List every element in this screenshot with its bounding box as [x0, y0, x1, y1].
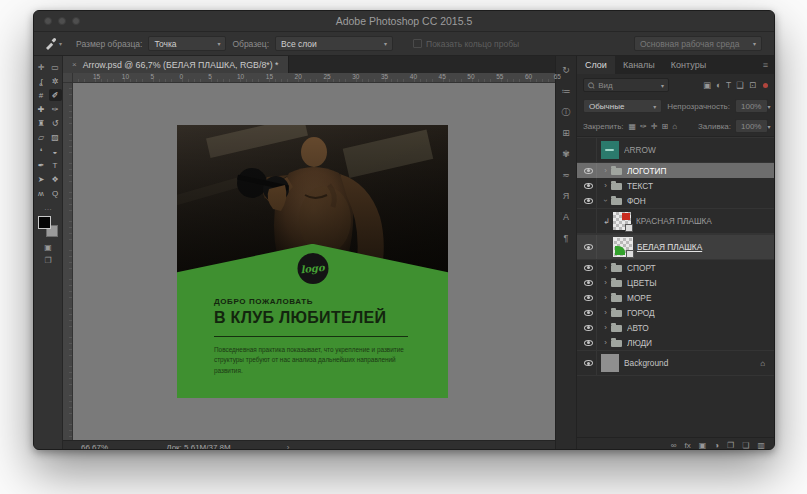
lock-transparency-icon[interactable]: ▦	[629, 122, 637, 131]
layer-name[interactable]: МОРЕ	[627, 293, 774, 303]
quick-selection-tool[interactable]: ✲	[49, 75, 62, 87]
status-menu-arrow[interactable]: ›	[287, 443, 290, 451]
filter-adjustment-layers-icon[interactable]: ◐	[716, 80, 721, 90]
layer-name[interactable]: ARROW	[624, 145, 774, 155]
layer-name[interactable]: ГОРОД	[627, 308, 774, 318]
layer-thumbnail[interactable]	[613, 212, 631, 230]
move-tool[interactable]: ✛	[35, 61, 48, 73]
layer-style-icon[interactable]: fx	[684, 441, 690, 450]
layer-row[interactable]: › ↲ ЦВЕТЫ ⌂	[577, 275, 774, 290]
lock-paint-icon[interactable]: ✑	[640, 122, 647, 131]
brush-tool[interactable]: ✑	[49, 103, 62, 115]
gradient-tool[interactable]: ▨	[49, 131, 62, 143]
add-layer-mask-icon[interactable]: ▣	[699, 441, 707, 450]
layer-row[interactable]: › ↲ АВТО ⌂	[577, 320, 774, 335]
path-selection-tool[interactable]: ➤	[35, 173, 48, 185]
opacity-field[interactable]: 100% ▾	[735, 99, 768, 113]
layer-name[interactable]: ЛОГОТИП	[627, 166, 774, 176]
shape-tool[interactable]: ❖	[49, 173, 62, 185]
layer-name[interactable]: ЛЮДИ	[627, 338, 774, 348]
expand-arrow-icon[interactable]: ›	[601, 166, 610, 175]
lock-artboard-icon[interactable]: ⊞	[662, 122, 669, 131]
visibility-toggle[interactable]	[580, 163, 597, 178]
expand-arrow-icon[interactable]: ›	[601, 181, 610, 190]
expand-arrow-icon[interactable]: ›	[601, 308, 610, 317]
visibility-toggle[interactable]	[580, 351, 597, 375]
expand-arrow-icon[interactable]: ›	[601, 323, 610, 332]
expand-arrow-icon[interactable]: ›	[601, 278, 610, 287]
character-panel-icon[interactable]: A	[559, 211, 573, 223]
type-tool[interactable]: T	[49, 159, 62, 171]
layer-thumbnail[interactable]	[614, 238, 632, 256]
visibility-toggle[interactable]	[580, 305, 597, 320]
sample-size-dropdown[interactable]: Точка ▾	[148, 36, 226, 51]
pen-tool[interactable]: ✒	[35, 159, 48, 171]
clone-stamp-tool[interactable]: ♜	[35, 117, 48, 129]
visibility-toggle[interactable]	[580, 260, 597, 275]
layer-row[interactable]: ↲ Background ⌂	[577, 350, 774, 376]
blur-tool[interactable]: ❛	[35, 145, 48, 157]
zoom-level[interactable]: 66,67%	[81, 443, 108, 451]
workspace-dropdown[interactable]: Основная рабочая среда ▾	[634, 36, 762, 51]
layer-name[interactable]: ФОН	[627, 196, 774, 206]
brushes-panel-icon[interactable]: ✾	[559, 148, 573, 160]
layer-row[interactable]: › ↲ ТЕКСТ ⌂	[577, 178, 774, 193]
edit-toolbar-button[interactable]: …	[44, 203, 52, 212]
expand-arrow-icon[interactable]: ›	[601, 338, 610, 347]
filter-smart-objects-icon[interactable]: ⊡	[749, 80, 756, 90]
filter-pixel-layers-icon[interactable]: ▣	[703, 80, 711, 90]
crop-tool[interactable]: #	[35, 89, 48, 101]
document-size-info[interactable]: Док: 5,61М/37,8М	[166, 443, 231, 451]
visibility-toggle[interactable]	[580, 178, 597, 193]
info-panel-icon[interactable]: ⓘ	[559, 106, 573, 118]
sample-layers-dropdown[interactable]: Все слои ▾	[275, 36, 393, 51]
fill-field[interactable]: 100% ▾	[735, 119, 768, 133]
new-adjustment-layer-icon[interactable]: ◑	[714, 441, 719, 450]
glyphs-panel-icon[interactable]: Я	[559, 190, 573, 202]
tab-paths[interactable]: Контуры	[663, 56, 714, 74]
layer-row[interactable]: ↲ БЕЛАЯ ПЛАШКА ⌂	[577, 234, 774, 260]
layer-row[interactable]: › ↲ МОРЕ ⌂	[577, 290, 774, 305]
history-brush-tool[interactable]: ↺	[49, 117, 62, 129]
hand-tool[interactable]: ʍ	[35, 187, 48, 199]
paragraph-panel-icon[interactable]: ¶	[559, 232, 573, 244]
visibility-toggle[interactable]	[580, 138, 597, 162]
layer-filter-toggle[interactable]	[763, 83, 768, 88]
filter-shape-layers-icon[interactable]: ❑	[736, 80, 744, 90]
delete-layer-icon[interactable]: ▥	[757, 441, 765, 450]
visibility-toggle[interactable]	[580, 335, 597, 350]
layer-search-dropdown[interactable]: Ϙ Вид ▾	[583, 78, 669, 92]
expand-arrow-icon[interactable]: ›	[601, 263, 610, 272]
marquee-tool[interactable]: ▭	[49, 61, 62, 73]
visibility-toggle[interactable]	[580, 320, 597, 335]
visibility-toggle[interactable]	[580, 209, 597, 233]
visibility-toggle[interactable]	[580, 235, 597, 259]
lock-move-icon[interactable]: ✛	[651, 122, 658, 131]
layer-row[interactable]: › ↲ СПОРТ ⌂	[577, 260, 774, 275]
zoom-tool[interactable]: Q	[49, 187, 62, 199]
title-bar[interactable]: Adobe Photoshop CC 2015.5	[34, 11, 774, 32]
canvas[interactable]: logo ДОБРО ПОЖАЛОВАТЬ В КЛУБ ЛЮБИТЕЛЕЙ П…	[73, 83, 555, 440]
healing-brush-tool[interactable]: ✚	[35, 103, 48, 115]
quick-mask-icon[interactable]: ▣	[44, 243, 52, 252]
visibility-toggle[interactable]	[580, 275, 597, 290]
lock-all-icon[interactable]: ⌂	[672, 122, 677, 131]
visibility-toggle[interactable]	[580, 290, 597, 305]
tab-channels[interactable]: Каналы	[615, 56, 663, 74]
layer-name[interactable]: БЕЛАЯ ПЛАШКА	[637, 242, 774, 252]
document-tab[interactable]: × Arrow.psd @ 66,7% (БЕЛАЯ ПЛАШКА, RGB/8…	[63, 56, 289, 73]
lasso-tool[interactable]: ʆ	[35, 75, 48, 87]
tab-layers[interactable]: Слои	[577, 56, 615, 74]
layer-name[interactable]: ТЕКСТ	[627, 181, 774, 191]
close-tab-icon[interactable]: ×	[72, 60, 77, 69]
color-swatches[interactable]	[38, 216, 58, 237]
layer-row[interactable]: ↲ ARROW ⌂	[577, 137, 774, 163]
layer-name[interactable]: Background	[624, 358, 760, 368]
layer-row[interactable]: › ↲ ФОН ⌂	[577, 193, 774, 208]
screen-mode-icon[interactable]: ❐	[44, 256, 51, 265]
adjustments-panel-icon[interactable]: ≔	[559, 85, 573, 97]
foreground-color-swatch[interactable]	[38, 216, 51, 229]
layer-row[interactable]: ↲ КРАСНАЯ ПЛАШКА ⌂	[577, 208, 774, 234]
layer-name[interactable]: СПОРТ	[627, 263, 774, 273]
styles-panel-icon[interactable]: ≂	[559, 169, 573, 181]
